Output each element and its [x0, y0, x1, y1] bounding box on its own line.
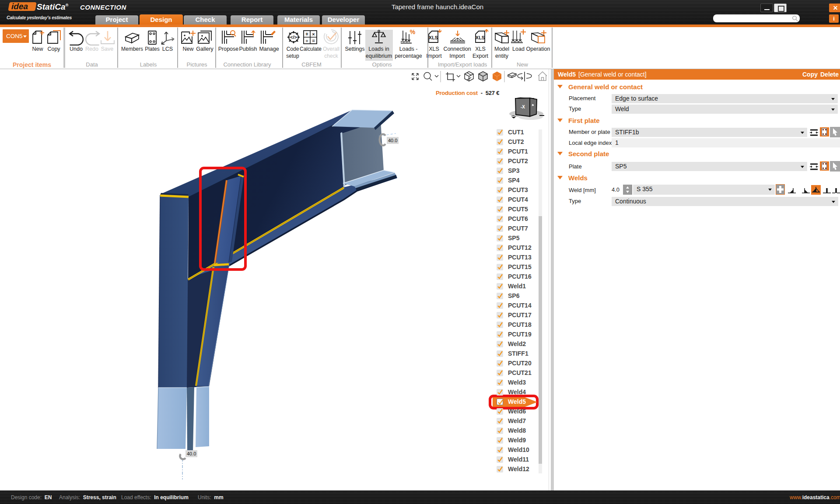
svg-text:-X: -X	[521, 105, 525, 109]
svg-text:40.0: 40.0	[388, 138, 397, 143]
svg-text:40.0: 40.0	[187, 451, 196, 456]
